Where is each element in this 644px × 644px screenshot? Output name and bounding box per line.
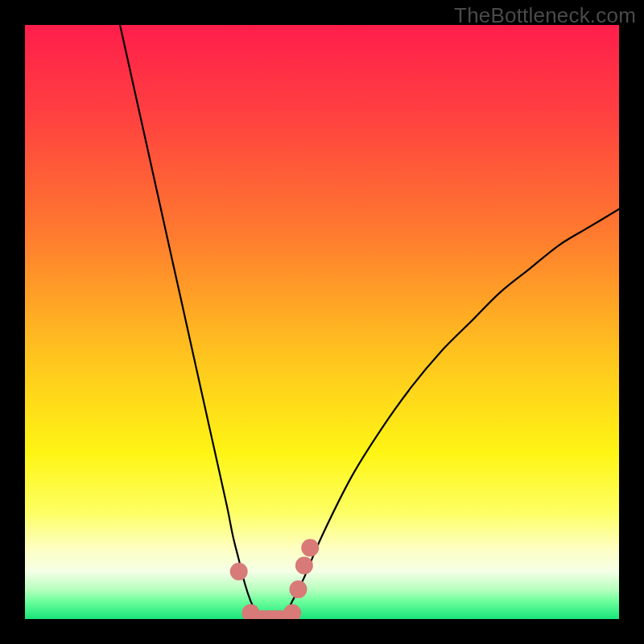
watermark-text: TheBottleneck.com <box>454 3 636 28</box>
gradient-background <box>25 25 619 619</box>
chart-frame: TheBottleneck.com <box>0 0 644 644</box>
plot-area <box>25 25 619 619</box>
